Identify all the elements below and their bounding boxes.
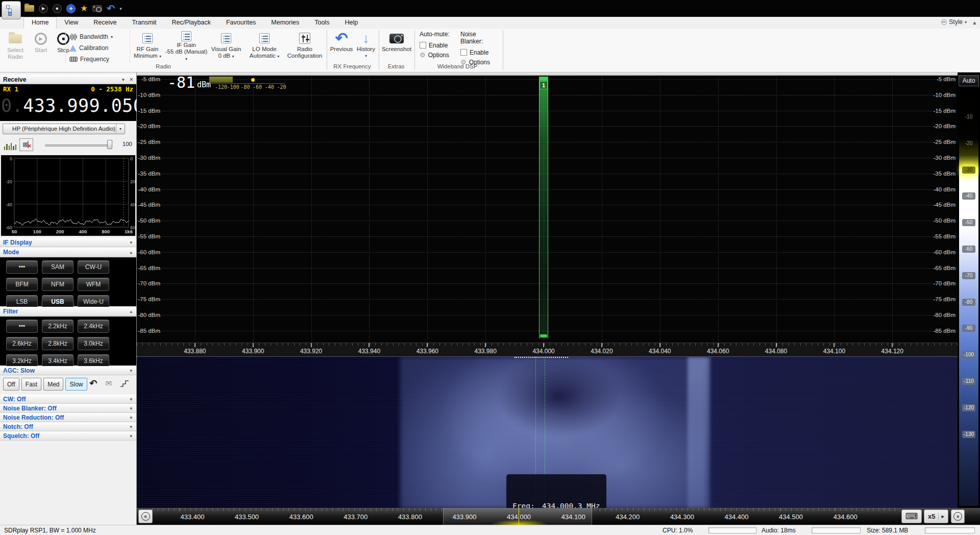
agc-envelope-icon[interactable]: ✉ (105, 379, 112, 388)
ribbon-tab[interactable]: Home (23, 17, 57, 29)
ribbon-tab[interactable]: Transmit (124, 17, 164, 29)
checkbox[interactable] (420, 42, 426, 48)
frequency-navigation-bar[interactable]: 433.400433.500433.600433.700433.800433.9… (137, 508, 980, 525)
collapsed-section-header[interactable]: Noise Reduction: Off ▾ (0, 413, 136, 422)
frequency-button[interactable]: Frequency (69, 55, 113, 63)
slider-scale-label[interactable]: -40 (962, 192, 975, 200)
slider-scale-label[interactable]: -60 (962, 246, 975, 253)
agc-option-button[interactable]: Fast (21, 378, 41, 391)
slider-scale-label[interactable]: -80 (962, 299, 975, 306)
filter-button[interactable]: 2.2kHz (42, 320, 74, 333)
frequency-ghz-digits[interactable]: 0. (1, 95, 23, 116)
slider-scale-label[interactable]: -10 (962, 113, 975, 120)
section-header-if-display[interactable]: IF Display ▾ (0, 238, 136, 247)
ribbon-tab[interactable]: Receive (86, 17, 124, 29)
range-gradient-slider[interactable]: -10-20-30-40-50-60-70-80-90-100-110-120-… (959, 88, 978, 506)
stop-icon[interactable]: ■ (53, 4, 62, 13)
collapsed-section-header[interactable]: CW: Off ▾ (0, 395, 136, 404)
panel-close-icon[interactable]: × (129, 75, 133, 84)
favourite-star-icon[interactable]: ★ (80, 4, 88, 13)
spectrum-plot[interactable] (137, 76, 933, 343)
agc-undo-icon[interactable]: ↶ (89, 378, 97, 389)
select-radio-button[interactable]: Select Radio (3, 31, 28, 62)
collapsed-section-header[interactable]: Noise Blanker: Off ▾ (0, 404, 136, 413)
agc-option-button[interactable]: Med (43, 378, 63, 391)
screenshot-button[interactable]: Screenshot (380, 31, 413, 62)
if-gain-button[interactable]: IF Gain-55 dB (Manual) ▾ (164, 31, 208, 62)
section-header-filter[interactable]: Filter ▴ (0, 307, 136, 316)
section-header-mode[interactable]: Mode ▴ (0, 248, 136, 257)
rf-gain-button[interactable]: RF GainMinimum ▾ (132, 31, 163, 62)
slider-scale-label[interactable]: -70 (962, 272, 975, 279)
collapsed-section-header[interactable]: Notch: Off ▾ (0, 422, 136, 431)
app-menu-button[interactable] (2, 1, 21, 19)
checkbox[interactable] (460, 49, 467, 56)
auto-range-button[interactable]: Auto (959, 75, 979, 86)
start-button[interactable]: ▶Start (29, 31, 53, 62)
mode-button[interactable]: CW-U (78, 260, 109, 274)
equalizer-icon[interactable] (4, 140, 16, 150)
bandwidth-button[interactable]: Bandwidth ▾ (69, 33, 113, 41)
section-header-agc[interactable]: AGC: Slow ▾ (0, 366, 136, 375)
zoom-button[interactable]: x5 ▸ (924, 509, 948, 523)
ribbon-tab[interactable]: Memories (263, 17, 307, 29)
options-row[interactable]: ⚙Options (460, 57, 500, 67)
ribbon-tab[interactable]: Rec/Playback (164, 17, 218, 29)
enable-checkbox-row[interactable]: Enable (460, 47, 500, 57)
slider-scale-label[interactable]: -110 (962, 378, 975, 385)
ribbon-tab[interactable]: Help (337, 17, 365, 29)
ribbon-tab[interactable]: Favourites (218, 17, 263, 29)
options-row[interactable]: ⚙Options (420, 50, 459, 60)
ribbon-tab[interactable]: View (57, 17, 86, 29)
filter-button[interactable]: ••• (6, 320, 38, 333)
agc-steps-icon[interactable] (120, 380, 129, 387)
visual-gain-button[interactable]: Visual Gain0 dB ▾ (209, 31, 243, 62)
filter-button[interactable]: 3.0kHz (78, 337, 109, 350)
previous-frequency-button[interactable]: ↶ Previous (329, 31, 354, 62)
filter-button[interactable]: 2.4kHz (78, 320, 109, 333)
radio-configuration-button[interactable]: Radio Configuration (286, 31, 324, 62)
mode-button[interactable]: WFM (78, 278, 109, 291)
volume-slider-handle[interactable] (107, 140, 112, 149)
add-icon[interactable]: + (66, 4, 76, 13)
agc-option-button[interactable]: Slow (65, 378, 87, 391)
lo-mode-button[interactable]: LO ModeAutomatic ▾ (244, 31, 285, 62)
panel-chevron-down-icon[interactable]: ▾ (122, 75, 125, 84)
frequency-axis[interactable]: 433.880433.900433.920433.940433.960433.9… (137, 343, 958, 356)
open-file-icon[interactable] (24, 5, 34, 12)
slider-scale-label[interactable]: -50 (962, 219, 975, 226)
calibration-button[interactable]: Calibration (69, 44, 113, 52)
rx-band-cap[interactable] (539, 77, 548, 81)
slider-scale-label[interactable]: -130 (962, 431, 975, 438)
mode-button[interactable]: NFM (42, 278, 74, 291)
filter-button[interactable]: 2.6kHz (6, 337, 38, 350)
keyboard-entry-button[interactable]: ⌨ (901, 509, 922, 523)
collapse-ribbon-icon[interactable]: ▴ (973, 19, 976, 26)
undo-icon[interactable]: ↶ (107, 4, 115, 13)
history-button[interactable]: ↓ History ▾ (354, 31, 378, 62)
volume-slider-track[interactable] (45, 144, 112, 147)
agc-option-button[interactable]: Off (3, 378, 19, 391)
slider-scale-label[interactable]: -20 (962, 140, 975, 147)
mute-button[interactable]: × (19, 138, 33, 151)
scroll-right-button[interactable]: » (951, 509, 965, 523)
style-menu[interactable]: Style ▾ (941, 18, 967, 26)
waterfall[interactable]: Freq:434.000.3 MHz Span:±139.525 kHz (137, 356, 958, 508)
mode-button[interactable]: ••• (6, 260, 38, 274)
enable-checkbox-row[interactable]: Enable (420, 40, 459, 50)
start-icon[interactable]: ▶ (39, 4, 48, 13)
slider-scale-label[interactable]: -100 (962, 351, 975, 358)
customize-toolbar-caret-icon[interactable]: ▾ (119, 6, 122, 11)
slider-scale-label[interactable]: -30 (962, 166, 975, 174)
audio-device-select[interactable]: HP (Périphérique High Definition Audio) … (3, 124, 125, 134)
collapsed-section-header[interactable]: Squelch: Off ▾ (0, 431, 136, 441)
slider-scale-label[interactable]: -120 (962, 404, 975, 411)
rx-filter-band[interactable]: 1 (539, 77, 548, 338)
slider-scale-label[interactable]: -90 (962, 325, 975, 332)
screenshot-icon[interactable] (92, 5, 102, 12)
mode-button[interactable]: BFM (6, 278, 38, 291)
frequency-digits[interactable]: 433.999.050 (23, 95, 144, 116)
filter-button[interactable]: 2.8kHz (42, 337, 74, 350)
rx-band-foot[interactable] (540, 334, 547, 337)
frequency-display[interactable]: 0.433.999.050 (1, 93, 135, 118)
